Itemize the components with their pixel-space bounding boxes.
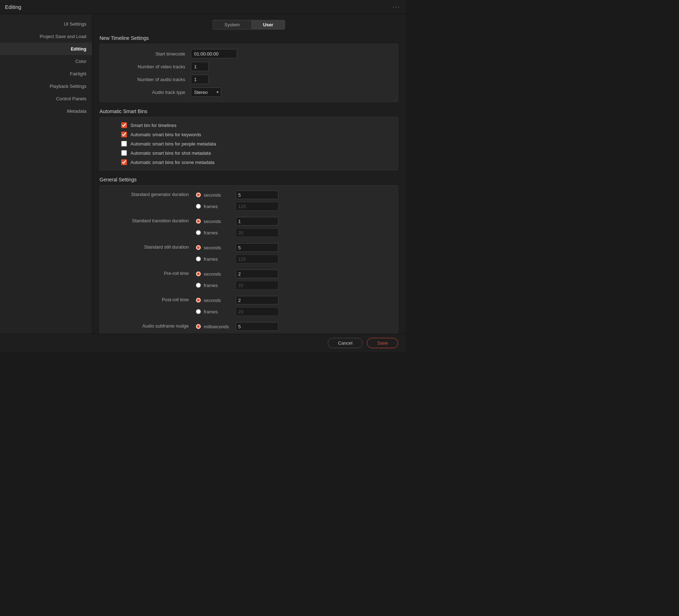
smart-bins-section: Smart bin for timelines Automatic smart … <box>100 117 398 170</box>
video-tracks-input[interactable] <box>191 62 209 71</box>
smart-bin-timelines-label: Smart bin for timelines <box>130 123 176 128</box>
still-duration-label: Standard still duration <box>107 243 189 250</box>
transition-frames-radio[interactable] <box>196 230 201 235</box>
generator-seconds-radio[interactable] <box>196 192 201 197</box>
sidebar-item-color[interactable]: Color <box>0 55 92 68</box>
audio-tracks-label: Number of audio tracks <box>107 77 185 82</box>
postroll-seconds-input[interactable] <box>236 296 278 304</box>
generator-frames-label: frames <box>204 204 236 209</box>
transition-duration-radio-stack: seconds frames <box>196 217 278 238</box>
start-timecode-input[interactable] <box>191 49 237 58</box>
preroll-label: Pre-roll time <box>107 270 189 276</box>
more-options-icon[interactable]: ··· <box>393 3 400 11</box>
smart-bins-shot-checkbox[interactable] <box>121 150 127 156</box>
save-button[interactable]: Save <box>367 338 398 348</box>
smart-bins-keywords-checkbox[interactable] <box>121 132 127 137</box>
preroll-seconds-input[interactable] <box>236 270 278 278</box>
preroll-frames-input[interactable] <box>236 281 278 290</box>
transition-seconds-radio[interactable] <box>196 219 201 224</box>
smart-bin-timelines-wrap: Smart bin for timelines <box>121 122 176 128</box>
audio-tracks-input[interactable] <box>191 75 209 84</box>
start-timecode-label: Start timecode <box>107 51 185 57</box>
preroll-frames-label: frames <box>204 283 236 288</box>
sidebar: UI Settings Project Save and Load Editin… <box>0 14 92 334</box>
smart-bins-scene-label: Automatic smart bins for scene metadata <box>130 160 214 165</box>
transition-frames-label: frames <box>204 230 236 235</box>
still-seconds-radio[interactable] <box>196 245 201 250</box>
still-frames-label: frames <box>204 256 236 262</box>
still-duration-row: Standard still duration seconds frames <box>107 243 391 265</box>
postroll-radio-stack: seconds frames <box>196 296 278 317</box>
preroll-frames-radio[interactable] <box>196 283 201 288</box>
sidebar-item-ui-settings[interactable]: UI Settings <box>0 18 92 30</box>
tab-user[interactable]: User <box>251 20 285 30</box>
sidebar-item-metadata[interactable]: Metadata <box>0 105 92 117</box>
generator-frames-radio[interactable] <box>196 204 201 209</box>
general-settings-section: Standard generator duration seconds fram… <box>100 185 398 334</box>
sidebar-item-fairlight[interactable]: Fairlight <box>0 68 92 80</box>
still-seconds-input[interactable] <box>236 243 278 252</box>
postroll-row: Post-roll time seconds frames <box>107 296 391 317</box>
postroll-seconds-radio[interactable] <box>196 298 201 303</box>
postroll-seconds-row: seconds <box>196 296 278 304</box>
preroll-seconds-row: seconds <box>196 270 278 278</box>
smart-bin-timelines-checkbox[interactable] <box>121 122 127 128</box>
postroll-frames-input[interactable] <box>236 307 278 316</box>
still-frames-input[interactable] <box>236 255 278 263</box>
smart-bins-scene-checkbox[interactable] <box>121 159 127 165</box>
generator-frames-input[interactable] <box>236 202 278 211</box>
audio-nudge-ms-radio[interactable] <box>196 324 201 329</box>
smart-bin-timelines-row: Smart bin for timelines <box>107 122 391 128</box>
smart-bins-shot-label: Automatic smart bins for shot metadata <box>130 150 211 156</box>
smart-bins-section-title: Automatic Smart Bins <box>100 108 398 114</box>
audio-nudge-radio-stack: milliseconds <box>196 322 278 332</box>
smart-bins-keywords-label: Automatic smart bins for keywords <box>130 132 201 137</box>
audio-track-type-select[interactable]: Mono Stereo 5.1 Adaptive <box>191 87 221 97</box>
smart-bins-people-checkbox[interactable] <box>121 141 127 147</box>
generator-seconds-input[interactable] <box>236 191 278 199</box>
main-layout: UI Settings Project Save and Load Editin… <box>0 14 405 334</box>
audio-track-type-select-wrap: Mono Stereo 5.1 Adaptive <box>191 87 221 97</box>
postroll-seconds-label: seconds <box>204 298 236 303</box>
cancel-button[interactable]: Cancel <box>328 338 363 348</box>
sidebar-item-playback-settings[interactable]: Playback Settings <box>0 80 92 92</box>
transition-seconds-input[interactable] <box>236 217 278 225</box>
audio-nudge-ms-input[interactable] <box>236 322 278 331</box>
sidebar-item-project-save[interactable]: Project Save and Load <box>0 30 92 43</box>
audio-nudge-label: Audio subframe nudge <box>107 322 189 329</box>
tab-system[interactable]: System <box>213 20 251 30</box>
video-tracks-label: Number of video tracks <box>107 64 185 69</box>
postroll-frames-label: frames <box>204 309 236 314</box>
audio-track-type-label: Audio track type <box>107 90 185 95</box>
still-frames-radio[interactable] <box>196 256 201 261</box>
preroll-frames-row: frames <box>196 281 278 290</box>
generator-duration-radio-stack: seconds frames <box>196 191 278 212</box>
generator-seconds-label: seconds <box>204 192 236 198</box>
generator-seconds-row: seconds <box>196 191 278 199</box>
still-seconds-label: seconds <box>204 245 236 250</box>
transition-duration-label: Standard transition duration <box>107 217 189 223</box>
still-duration-radio-stack: seconds frames <box>196 243 278 265</box>
transition-frames-input[interactable] <box>236 228 278 237</box>
generator-frames-row: frames <box>196 202 278 211</box>
sidebar-item-control-panels[interactable]: Control Panels <box>0 92 92 105</box>
video-tracks-row: Number of video tracks <box>107 62 391 71</box>
sidebar-item-editing[interactable]: Editing <box>0 43 92 55</box>
postroll-frames-radio[interactable] <box>196 309 201 314</box>
smart-bins-keywords-row: Automatic smart bins for keywords <box>107 132 391 137</box>
generator-duration-label: Standard generator duration <box>107 191 189 197</box>
preroll-seconds-label: seconds <box>204 271 236 277</box>
smart-bins-people-label: Automatic smart bins for people metadata <box>130 141 216 147</box>
title-bar: Editing ··· <box>0 0 405 14</box>
preroll-seconds-radio[interactable] <box>196 271 201 276</box>
action-bar: Cancel Save <box>0 334 405 352</box>
audio-nudge-row: Audio subframe nudge milliseconds <box>107 322 391 332</box>
smart-bins-scene-row: Automatic smart bins for scene metadata <box>107 159 391 165</box>
start-timecode-row: Start timecode <box>107 49 391 58</box>
smart-bins-people-row: Automatic smart bins for people metadata <box>107 141 391 147</box>
new-timeline-section: Start timecode Number of video tracks Nu… <box>100 44 398 102</box>
preroll-radio-stack: seconds frames <box>196 270 278 291</box>
smart-bins-shot-wrap: Automatic smart bins for shot metadata <box>121 150 211 156</box>
smart-bins-shot-row: Automatic smart bins for shot metadata <box>107 150 391 156</box>
preroll-row: Pre-roll time seconds frames <box>107 270 391 291</box>
